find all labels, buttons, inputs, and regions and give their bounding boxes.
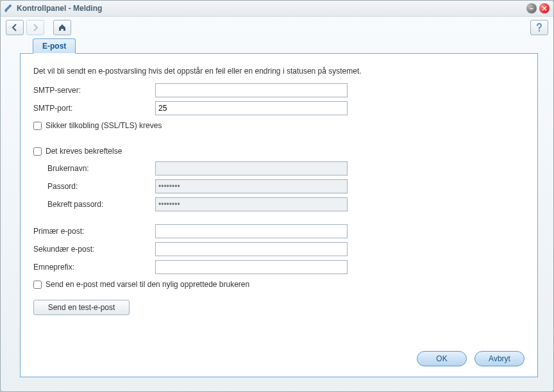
- label-confirm-password: Bekreft passord:: [33, 200, 155, 209]
- close-button[interactable]: [539, 3, 550, 13]
- label-ssl: Sikker tilkobling (SSL/TLS) kreves: [46, 121, 162, 130]
- send-test-button[interactable]: Send en test-e-post: [33, 300, 130, 315]
- label-subject-prefix: Emneprefix:: [33, 263, 155, 272]
- label-send-welcome: Send en e-post med varsel til den nylig …: [46, 280, 249, 289]
- intro-text: Det vil bli sendt en e-postvarsling hvis…: [33, 67, 525, 76]
- tab-email[interactable]: E-post: [33, 38, 76, 54]
- cancel-button[interactable]: Avbryt: [474, 351, 525, 366]
- auth-checkbox[interactable]: [33, 147, 42, 156]
- ok-button[interactable]: OK: [417, 351, 467, 366]
- label-smtp-server: SMTP-server:: [33, 86, 155, 95]
- username-input[interactable]: [155, 161, 348, 176]
- window-title: Kontrollpanel - Melding: [17, 4, 524, 13]
- secondary-email-input[interactable]: [155, 242, 348, 256]
- primary-email-input[interactable]: [155, 224, 348, 238]
- minimize-button[interactable]: –: [526, 3, 537, 13]
- label-auth: Det kreves bekreftelse: [46, 147, 122, 156]
- label-username: Brukernavn:: [33, 164, 155, 173]
- smtp-port-input[interactable]: [155, 101, 348, 115]
- label-secondary-email: Sekundær e-post:: [33, 245, 155, 254]
- home-button[interactable]: [53, 20, 71, 35]
- ssl-checkbox[interactable]: [33, 122, 42, 130]
- content-area: E-post Det vil bli sendt en e-postvarsli…: [1, 38, 553, 391]
- label-smtp-port: SMTP-port:: [33, 104, 155, 113]
- titlebar: Kontrollpanel - Melding –: [1, 1, 553, 17]
- panel-footer: OK Avbryt: [33, 343, 525, 366]
- label-password: Passord:: [33, 182, 155, 191]
- toolbar: [1, 17, 553, 38]
- window: Kontrollpanel - Melding – E-post D: [0, 0, 554, 392]
- panel: Det vil bli sendt en e-postvarsling hvis…: [20, 53, 538, 377]
- send-welcome-checkbox[interactable]: [33, 281, 42, 289]
- smtp-server-input[interactable]: [155, 83, 348, 97]
- svg-point-0: [539, 30, 540, 31]
- subject-prefix-input[interactable]: [155, 260, 348, 274]
- forward-button[interactable]: [26, 20, 44, 35]
- help-button[interactable]: [530, 20, 548, 35]
- back-button[interactable]: [6, 20, 24, 35]
- label-primary-email: Primær e-post:: [33, 227, 155, 236]
- app-icon: [4, 4, 13, 13]
- password-input[interactable]: [155, 179, 348, 193]
- confirm-password-input[interactable]: [155, 197, 348, 211]
- nav-group: [6, 20, 44, 35]
